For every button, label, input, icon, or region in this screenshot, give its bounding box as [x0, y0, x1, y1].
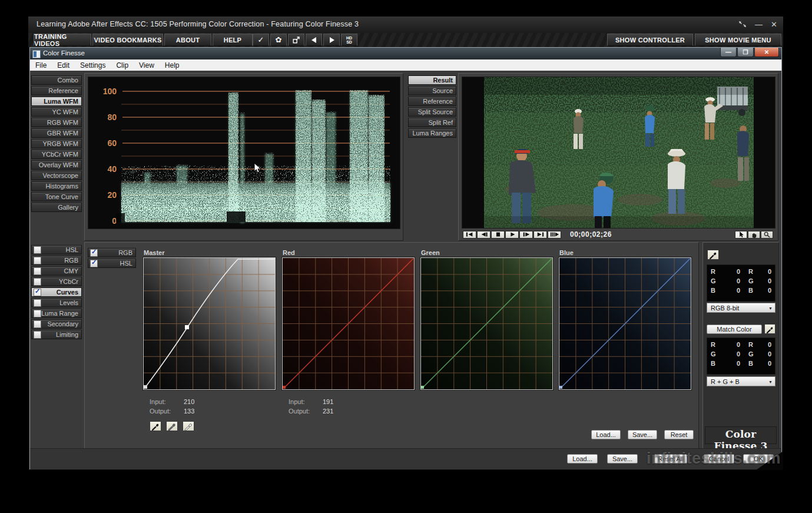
- gray-point-eyedropper-button[interactable]: [166, 421, 178, 431]
- menu-clip[interactable]: Clip: [111, 61, 134, 69]
- module-row[interactable]: YCbCr: [31, 277, 82, 286]
- secondary-checkbox[interactable]: [34, 320, 41, 328]
- view-tab[interactable]: Split Source: [408, 107, 456, 117]
- go-to-end-button[interactable]: [533, 231, 547, 239]
- scope-button[interactable]: Overlay WFM: [31, 160, 82, 170]
- green-curve-graph[interactable]: [420, 257, 553, 390]
- curves-load-button[interactable]: Load...: [591, 430, 621, 439]
- previous-button[interactable]: [306, 34, 322, 46]
- curves-save-button[interactable]: Save...: [628, 430, 657, 439]
- training-videos-button[interactable]: TRAINING VIDEOS: [34, 34, 91, 46]
- go-to-start-button[interactable]: [463, 231, 476, 239]
- module-row[interactable]: HSL: [31, 245, 82, 254]
- scope-button-selected[interactable]: Luma WFM: [31, 97, 82, 106]
- view-tab[interactable]: Luma Ranges: [408, 128, 456, 138]
- cmy-checkbox[interactable]: [34, 267, 41, 275]
- hsl-checkbox[interactable]: [34, 246, 41, 254]
- cf-restore-button[interactable]: ❐: [737, 48, 754, 57]
- footer-load-button[interactable]: Load...: [567, 454, 598, 464]
- module-row[interactable]: RGB: [31, 256, 82, 265]
- black-point-eyedropper-button[interactable]: [150, 421, 161, 431]
- color-info-panel: R0R0 G0G0 B0B0 RGB 8-bit▼ Match Color R0…: [702, 242, 779, 449]
- scope-button[interactable]: YCbCr WFM: [31, 150, 82, 159]
- scope-button[interactable]: Reference: [31, 86, 82, 95]
- red-curve-graph[interactable]: [282, 257, 415, 390]
- graph-title-green: Green: [421, 249, 440, 256]
- master-input-value: 210: [184, 398, 194, 405]
- check-toggle-button[interactable]: ✓: [253, 34, 269, 46]
- ycbcr-checkbox[interactable]: [34, 278, 41, 286]
- sample-eyedropper-button[interactable]: [707, 250, 719, 260]
- blue-curve-graph[interactable]: [559, 257, 691, 390]
- scope-button[interactable]: Gallery: [31, 203, 82, 212]
- channel-dropdown[interactable]: R + G + B▼: [707, 376, 775, 386]
- scope-button[interactable]: GBR WFM: [31, 128, 82, 138]
- limiting-checkbox[interactable]: [34, 331, 41, 339]
- scope-button[interactable]: YC WFM: [31, 107, 82, 117]
- scope-button[interactable]: RGB WFM: [31, 118, 82, 127]
- module-row-selected[interactable]: ✓Curves: [31, 287, 82, 297]
- hd-sd-button[interactable]: HDSD: [341, 34, 357, 46]
- cancel-button[interactable]: Cancel: [704, 454, 734, 464]
- curves-hsl-tab[interactable]: ✓HSL: [88, 259, 136, 268]
- reset-all-button[interactable]: Reset All: [654, 454, 687, 464]
- scope-button[interactable]: Vectorscope: [31, 171, 82, 180]
- menu-file[interactable]: File: [30, 61, 52, 69]
- cf-close-button[interactable]: ✕: [754, 48, 779, 57]
- step-forward-button[interactable]: [519, 231, 533, 239]
- settings-button[interactable]: ✿: [270, 34, 287, 46]
- stop-button[interactable]: [491, 231, 505, 239]
- rgb-checkbox[interactable]: [34, 257, 41, 264]
- view-tab[interactable]: Reference: [408, 97, 456, 106]
- about-button[interactable]: ABOUT: [164, 34, 211, 46]
- footer-save-button[interactable]: Save...: [607, 454, 638, 464]
- waveform-display: 100 80 60 40 20 0: [88, 77, 400, 229]
- fullscreen-button[interactable]: [288, 34, 304, 46]
- menu-edit[interactable]: Edit: [52, 61, 75, 69]
- play-through-button[interactable]: [548, 231, 561, 239]
- step-back-button[interactable]: [477, 231, 490, 239]
- show-controller-button[interactable]: SHOW CONTROLLER: [607, 34, 693, 46]
- curves-rgb-checkbox[interactable]: ✓: [90, 249, 98, 257]
- levels-checkbox[interactable]: [34, 299, 41, 307]
- cf-minimize-button[interactable]: —: [720, 48, 737, 57]
- curves-reset-button[interactable]: Reset: [664, 430, 694, 439]
- master-curve-graph[interactable]: [143, 257, 276, 390]
- match-eyedropper-button[interactable]: [764, 324, 775, 334]
- scope-button[interactable]: Combo: [31, 75, 82, 85]
- zoom-tool-button[interactable]: [761, 231, 773, 239]
- scope-button[interactable]: Tone Curve: [31, 192, 82, 201]
- scope-button[interactable]: Histograms: [31, 181, 82, 191]
- menu-help[interactable]: Help: [160, 61, 185, 69]
- module-row[interactable]: Luma Range: [31, 309, 82, 318]
- menu-settings[interactable]: Settings: [75, 61, 111, 69]
- white-point-eyedropper-button[interactable]: [183, 421, 194, 431]
- minimize-icon[interactable]: —: [755, 20, 763, 29]
- module-row[interactable]: CMY: [31, 266, 82, 276]
- curves-checkbox[interactable]: ✓: [34, 289, 41, 296]
- help-button[interactable]: HELP: [213, 34, 253, 46]
- view-tab[interactable]: Source: [408, 86, 456, 95]
- red-output-value: 231: [323, 408, 333, 415]
- colorspace-dropdown[interactable]: RGB 8-bit▼: [707, 303, 775, 313]
- scale-20: 20: [107, 190, 117, 200]
- next-button[interactable]: [323, 34, 340, 46]
- scope-button[interactable]: YRGB WFM: [31, 139, 82, 148]
- luma-range-checkbox[interactable]: [34, 310, 41, 317]
- module-row[interactable]: Secondary: [31, 319, 82, 329]
- view-tab[interactable]: Split Ref: [408, 118, 456, 127]
- close-icon[interactable]: ✕: [771, 20, 777, 29]
- module-row[interactable]: Levels: [31, 298, 82, 307]
- curves-rgb-tab[interactable]: ✓RGB: [88, 248, 136, 257]
- video-bookmarks-button[interactable]: VIDEO BOOKMARKS: [92, 34, 163, 46]
- curves-hsl-checkbox[interactable]: ✓: [90, 260, 98, 267]
- match-color-button[interactable]: Match Color: [707, 325, 762, 334]
- show-movie-menu-button[interactable]: SHOW MOVIE MENU: [695, 34, 781, 46]
- resize-icon[interactable]: [738, 19, 747, 30]
- hand-tool-button[interactable]: [748, 231, 760, 239]
- pointer-tool-button[interactable]: [735, 231, 747, 239]
- menu-view[interactable]: View: [134, 61, 160, 69]
- play-button[interactable]: [505, 231, 519, 239]
- view-tab-selected[interactable]: Result: [408, 75, 456, 85]
- module-row[interactable]: Limiting: [31, 330, 82, 339]
